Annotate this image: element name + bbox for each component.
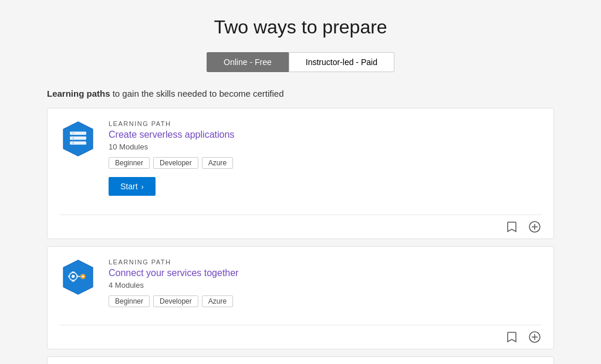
add-button-2[interactable] [528,330,542,344]
hex-svg-1 [59,120,97,158]
tag-developer-1: Developer [153,157,198,169]
card-category-2: LEARNING PATH [109,258,542,266]
svg-point-17 [82,275,84,277]
card-icon-2 [59,258,97,296]
svg-rect-5 [70,141,86,145]
bookmark-button-1[interactable] [505,220,518,234]
tag-azure-1: Azure [202,157,233,169]
section-description: Learning paths to gain the skills needed… [47,89,554,98]
learning-path-card-1: LEARNING PATH Create serverless applicat… [47,108,554,239]
svg-rect-22 [77,275,78,277]
svg-rect-20 [72,280,74,281]
hex-svg-2 [59,258,97,296]
card-body-1: LEARNING PATH Create serverless applicat… [59,120,542,215]
card-footer-1 [59,215,542,239]
start-label-1: Start [120,182,138,191]
page-title: Two ways to prepare [47,16,554,38]
learning-path-card-2: LEARNING PATH Connect your services toge… [47,246,554,349]
add-icon-2 [529,331,541,343]
svg-point-15 [72,275,75,278]
tab-online-free[interactable]: Online - Free [207,52,289,72]
card-modules-1: 10 Modules [109,142,542,151]
learning-path-card-3: LEARNING PATH Store data in Azure [47,356,554,364]
card-tags-2: Beginner Developer Azure [109,295,542,307]
card-title-1[interactable]: Create serverless applications [109,130,542,140]
tag-azure-2: Azure [202,295,233,307]
add-button-1[interactable] [528,220,542,234]
tag-developer-2: Developer [153,295,198,307]
add-icon-1 [529,221,541,233]
card-footer-2 [59,325,542,349]
card-category-1: LEARNING PATH [109,120,542,127]
svg-point-6 [73,132,74,134]
svg-rect-3 [70,131,86,135]
tab-instructor-led[interactable]: Instructor-led - Paid [289,52,394,72]
card-content-1: LEARNING PATH Create serverless applicat… [109,120,542,205]
tag-beginner-2: Beginner [109,295,150,307]
card-modules-2: 4 Modules [109,281,542,290]
section-description-rest: to gain the skills needed to become cert… [110,89,284,98]
svg-point-7 [73,137,74,138]
svg-point-8 [73,142,74,144]
bookmark-icon-1 [507,221,517,233]
card-tags-1: Beginner Developer Azure [109,157,542,169]
start-arrow-1: › [141,182,144,191]
bookmark-icon-2 [507,331,517,343]
start-button-1[interactable]: Start › [109,177,156,196]
page-wrapper: Two ways to prepare Online - Free Instru… [0,0,601,364]
card-title-2[interactable]: Connect your services together [109,268,542,278]
svg-rect-4 [70,137,86,140]
svg-rect-19 [72,271,74,273]
card-body-2: LEARNING PATH Connect your services toge… [59,258,542,325]
tag-beginner-1: Beginner [109,157,150,169]
svg-rect-21 [68,275,69,277]
bookmark-button-2[interactable] [505,330,518,344]
card-icon-1 [59,120,97,158]
card-content-2: LEARNING PATH Connect your services toge… [109,258,542,315]
tab-group: Online - Free Instructor-led - Paid [47,52,554,72]
section-description-bold: Learning paths [47,89,110,98]
